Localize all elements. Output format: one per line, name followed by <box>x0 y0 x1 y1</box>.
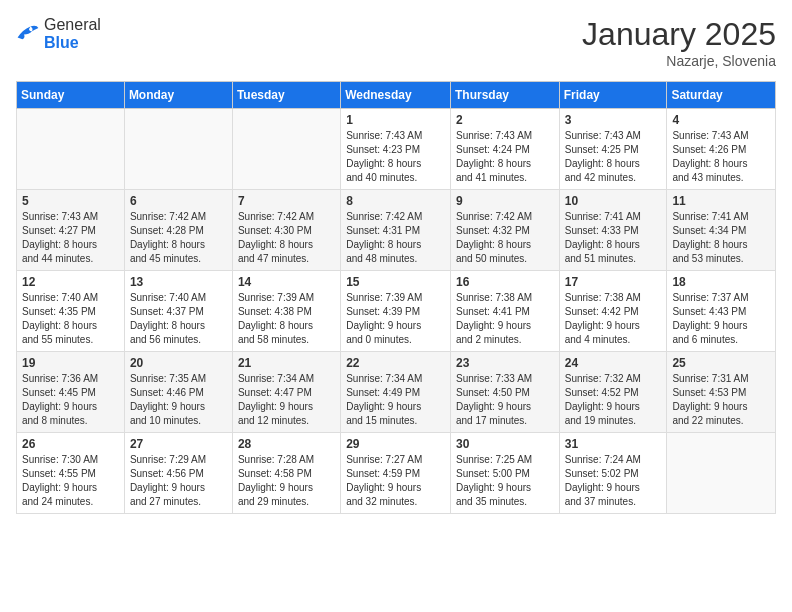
day-info: Sunrise: 7:35 AM Sunset: 4:46 PM Dayligh… <box>130 372 227 428</box>
day-info: Sunrise: 7:33 AM Sunset: 4:50 PM Dayligh… <box>456 372 554 428</box>
day-number: 3 <box>565 113 662 127</box>
logo-general-text: General <box>44 16 101 33</box>
day-number: 13 <box>130 275 227 289</box>
day-number: 4 <box>672 113 770 127</box>
calendar-cell: 2Sunrise: 7:43 AM Sunset: 4:24 PM Daylig… <box>450 109 559 190</box>
weekday-header: Sunday <box>17 82 125 109</box>
day-number: 17 <box>565 275 662 289</box>
calendar-cell: 5Sunrise: 7:43 AM Sunset: 4:27 PM Daylig… <box>17 190 125 271</box>
calendar-cell: 16Sunrise: 7:38 AM Sunset: 4:41 PM Dayli… <box>450 271 559 352</box>
calendar-cell <box>667 433 776 514</box>
weekday-header-row: SundayMondayTuesdayWednesdayThursdayFrid… <box>17 82 776 109</box>
weekday-header: Saturday <box>667 82 776 109</box>
calendar-week-row: 19Sunrise: 7:36 AM Sunset: 4:45 PM Dayli… <box>17 352 776 433</box>
calendar-cell: 27Sunrise: 7:29 AM Sunset: 4:56 PM Dayli… <box>124 433 232 514</box>
day-number: 28 <box>238 437 335 451</box>
day-info: Sunrise: 7:27 AM Sunset: 4:59 PM Dayligh… <box>346 453 445 509</box>
calendar-cell <box>124 109 232 190</box>
day-info: Sunrise: 7:41 AM Sunset: 4:33 PM Dayligh… <box>565 210 662 266</box>
day-number: 22 <box>346 356 445 370</box>
day-info: Sunrise: 7:43 AM Sunset: 4:24 PM Dayligh… <box>456 129 554 185</box>
day-number: 23 <box>456 356 554 370</box>
calendar-cell: 17Sunrise: 7:38 AM Sunset: 4:42 PM Dayli… <box>559 271 667 352</box>
logo-blue-text: Blue <box>44 34 79 51</box>
calendar-cell: 22Sunrise: 7:34 AM Sunset: 4:49 PM Dayli… <box>341 352 451 433</box>
calendar-cell: 28Sunrise: 7:28 AM Sunset: 4:58 PM Dayli… <box>232 433 340 514</box>
calendar-cell: 31Sunrise: 7:24 AM Sunset: 5:02 PM Dayli… <box>559 433 667 514</box>
day-info: Sunrise: 7:42 AM Sunset: 4:32 PM Dayligh… <box>456 210 554 266</box>
calendar-cell: 30Sunrise: 7:25 AM Sunset: 5:00 PM Dayli… <box>450 433 559 514</box>
calendar-cell: 15Sunrise: 7:39 AM Sunset: 4:39 PM Dayli… <box>341 271 451 352</box>
day-number: 7 <box>238 194 335 208</box>
calendar-cell: 21Sunrise: 7:34 AM Sunset: 4:47 PM Dayli… <box>232 352 340 433</box>
day-info: Sunrise: 7:36 AM Sunset: 4:45 PM Dayligh… <box>22 372 119 428</box>
day-info: Sunrise: 7:41 AM Sunset: 4:34 PM Dayligh… <box>672 210 770 266</box>
calendar-cell: 19Sunrise: 7:36 AM Sunset: 4:45 PM Dayli… <box>17 352 125 433</box>
day-info: Sunrise: 7:43 AM Sunset: 4:25 PM Dayligh… <box>565 129 662 185</box>
weekday-header: Thursday <box>450 82 559 109</box>
day-info: Sunrise: 7:34 AM Sunset: 4:47 PM Dayligh… <box>238 372 335 428</box>
day-info: Sunrise: 7:30 AM Sunset: 4:55 PM Dayligh… <box>22 453 119 509</box>
calendar-week-row: 1Sunrise: 7:43 AM Sunset: 4:23 PM Daylig… <box>17 109 776 190</box>
day-info: Sunrise: 7:37 AM Sunset: 4:43 PM Dayligh… <box>672 291 770 347</box>
calendar-cell <box>232 109 340 190</box>
calendar-cell: 1Sunrise: 7:43 AM Sunset: 4:23 PM Daylig… <box>341 109 451 190</box>
day-number: 19 <box>22 356 119 370</box>
day-number: 2 <box>456 113 554 127</box>
calendar-cell: 20Sunrise: 7:35 AM Sunset: 4:46 PM Dayli… <box>124 352 232 433</box>
calendar-cell: 3Sunrise: 7:43 AM Sunset: 4:25 PM Daylig… <box>559 109 667 190</box>
day-info: Sunrise: 7:43 AM Sunset: 4:23 PM Dayligh… <box>346 129 445 185</box>
day-number: 11 <box>672 194 770 208</box>
weekday-header: Monday <box>124 82 232 109</box>
day-number: 14 <box>238 275 335 289</box>
calendar-cell: 9Sunrise: 7:42 AM Sunset: 4:32 PM Daylig… <box>450 190 559 271</box>
day-number: 18 <box>672 275 770 289</box>
day-info: Sunrise: 7:34 AM Sunset: 4:49 PM Dayligh… <box>346 372 445 428</box>
day-info: Sunrise: 7:38 AM Sunset: 4:42 PM Dayligh… <box>565 291 662 347</box>
calendar-cell: 4Sunrise: 7:43 AM Sunset: 4:26 PM Daylig… <box>667 109 776 190</box>
day-info: Sunrise: 7:39 AM Sunset: 4:39 PM Dayligh… <box>346 291 445 347</box>
day-number: 6 <box>130 194 227 208</box>
day-number: 31 <box>565 437 662 451</box>
day-info: Sunrise: 7:32 AM Sunset: 4:52 PM Dayligh… <box>565 372 662 428</box>
calendar-cell: 24Sunrise: 7:32 AM Sunset: 4:52 PM Dayli… <box>559 352 667 433</box>
title-block: January 2025 Nazarje, Slovenia <box>582 16 776 69</box>
day-number: 10 <box>565 194 662 208</box>
calendar-cell: 29Sunrise: 7:27 AM Sunset: 4:59 PM Dayli… <box>341 433 451 514</box>
day-info: Sunrise: 7:42 AM Sunset: 4:28 PM Dayligh… <box>130 210 227 266</box>
logo: General Blue <box>16 16 101 52</box>
calendar-cell: 7Sunrise: 7:42 AM Sunset: 4:30 PM Daylig… <box>232 190 340 271</box>
day-info: Sunrise: 7:43 AM Sunset: 4:27 PM Dayligh… <box>22 210 119 266</box>
day-info: Sunrise: 7:40 AM Sunset: 4:35 PM Dayligh… <box>22 291 119 347</box>
calendar-week-row: 26Sunrise: 7:30 AM Sunset: 4:55 PM Dayli… <box>17 433 776 514</box>
day-number: 20 <box>130 356 227 370</box>
calendar-week-row: 5Sunrise: 7:43 AM Sunset: 4:27 PM Daylig… <box>17 190 776 271</box>
day-info: Sunrise: 7:42 AM Sunset: 4:30 PM Dayligh… <box>238 210 335 266</box>
day-info: Sunrise: 7:38 AM Sunset: 4:41 PM Dayligh… <box>456 291 554 347</box>
calendar-cell: 10Sunrise: 7:41 AM Sunset: 4:33 PM Dayli… <box>559 190 667 271</box>
calendar-cell: 14Sunrise: 7:39 AM Sunset: 4:38 PM Dayli… <box>232 271 340 352</box>
day-number: 15 <box>346 275 445 289</box>
weekday-header: Friday <box>559 82 667 109</box>
calendar-cell: 11Sunrise: 7:41 AM Sunset: 4:34 PM Dayli… <box>667 190 776 271</box>
weekday-header: Tuesday <box>232 82 340 109</box>
day-info: Sunrise: 7:24 AM Sunset: 5:02 PM Dayligh… <box>565 453 662 509</box>
calendar-cell: 23Sunrise: 7:33 AM Sunset: 4:50 PM Dayli… <box>450 352 559 433</box>
day-number: 12 <box>22 275 119 289</box>
day-number: 21 <box>238 356 335 370</box>
day-number: 9 <box>456 194 554 208</box>
day-info: Sunrise: 7:29 AM Sunset: 4:56 PM Dayligh… <box>130 453 227 509</box>
day-info: Sunrise: 7:39 AM Sunset: 4:38 PM Dayligh… <box>238 291 335 347</box>
day-number: 16 <box>456 275 554 289</box>
day-info: Sunrise: 7:31 AM Sunset: 4:53 PM Dayligh… <box>672 372 770 428</box>
calendar-week-row: 12Sunrise: 7:40 AM Sunset: 4:35 PM Dayli… <box>17 271 776 352</box>
calendar-cell: 13Sunrise: 7:40 AM Sunset: 4:37 PM Dayli… <box>124 271 232 352</box>
day-number: 26 <box>22 437 119 451</box>
day-number: 5 <box>22 194 119 208</box>
month-title: January 2025 <box>582 16 776 53</box>
day-number: 30 <box>456 437 554 451</box>
weekday-header: Wednesday <box>341 82 451 109</box>
day-number: 25 <box>672 356 770 370</box>
day-number: 8 <box>346 194 445 208</box>
day-info: Sunrise: 7:42 AM Sunset: 4:31 PM Dayligh… <box>346 210 445 266</box>
